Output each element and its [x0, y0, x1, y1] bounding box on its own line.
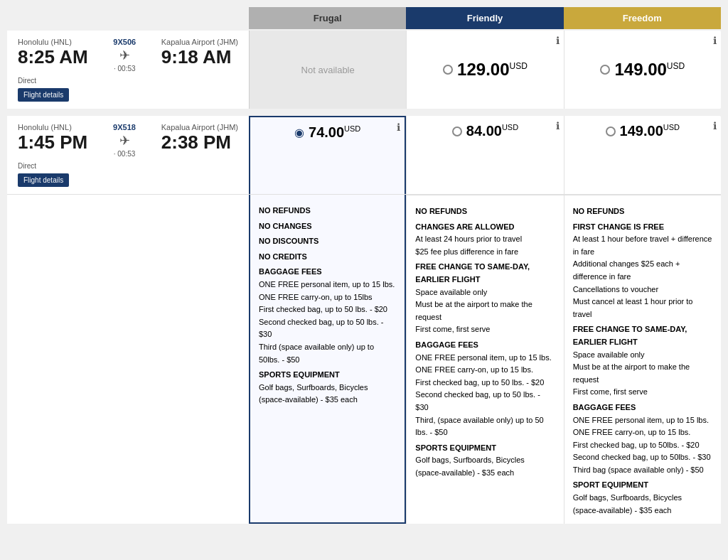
header-frugal: Frugal: [249, 7, 406, 29]
price-friendly-2: 84.00USD: [466, 123, 518, 139]
duration-2: · 00:53: [114, 150, 136, 158]
detail-line: Space available only: [573, 349, 712, 362]
info-icon-freedom-2[interactable]: ℹ: [713, 120, 717, 131]
detail-line: FIRST CHANGE IS FREE: [573, 221, 712, 234]
detail-line: Second checked bag, up to 50 lbs. - $30: [259, 316, 396, 341]
radio-friendly-2[interactable]: [452, 126, 462, 136]
departure-city-2: Honolulu (HNL): [18, 123, 87, 131]
header-freedom: Freedom: [564, 7, 721, 29]
detail-line: ONE FREE carry-on, up to 15 lbs.: [573, 426, 712, 439]
detail-line: Golf bags, Surfboards, Bicycles: [573, 492, 712, 505]
flight-details-btn-2[interactable]: Flight details: [18, 173, 69, 187]
detail-line: NO DISCOUNTS: [259, 235, 396, 248]
radio-freedom-2[interactable]: [606, 126, 616, 136]
detail-line: NO REFUNDS: [573, 205, 712, 218]
radio-freedom-1[interactable]: [600, 65, 610, 75]
friendly-details-cell: NO REFUNDSCHANGES ARE ALLOWEDAt least 24…: [406, 195, 563, 524]
flight-card-1: Honolulu (HNL) 8:25 AM 9X506 ✈ · 00:53 K…: [7, 31, 721, 109]
plane-icon-1: ✈: [119, 48, 130, 63]
detail-line: $25 fee plus difference in fare: [415, 246, 555, 259]
detail-line: NO CREDITS: [259, 251, 396, 264]
fare-frugal-2[interactable]: ℹ ◉ 74.00USD: [249, 116, 406, 194]
info-icon-frugal-2[interactable]: ℹ: [397, 122, 400, 133]
detail-line: First checked bag, up to 50 lbs. - $20: [415, 377, 555, 389]
detail-line: BAGGAGE FEES: [259, 266, 396, 279]
detail-line: NO REFUNDS: [415, 205, 555, 218]
arrival-block-1: Kapalua Airport (JHM) 9:18 AM: [161, 38, 238, 68]
airport-row-1: Honolulu (HNL) 8:25 AM 9X506 ✈ · 00:53 K…: [18, 38, 238, 72]
flight-middle-1: 9X506 ✈ · 00:53: [109, 38, 139, 72]
fare-type-header: Frugal Friendly Freedom: [7, 7, 721, 29]
detail-line: Golf bags, Surfboards, Bicycles: [415, 454, 555, 467]
flight-number-2: 9X518: [113, 123, 136, 131]
info-icon-freedom-1[interactable]: ℹ: [713, 35, 717, 46]
detail-line: (space-available) - $35 each: [573, 505, 712, 517]
detail-line: First come, first serve: [415, 323, 555, 336]
fare-friendly-wrapper-1[interactable]: ℹ 129.00USD: [406, 31, 563, 109]
airport-row-2: Honolulu (HNL) 1:45 PM 9X518 ✈ · 00:53 K…: [18, 123, 238, 158]
price-freedom-2: 149.00USD: [620, 123, 680, 139]
fare-freedom-wrapper-2[interactable]: ℹ 149.00USD: [564, 116, 721, 194]
fare-friendly-wrapper-2[interactable]: ℹ 84.00USD: [406, 116, 563, 194]
fare-freedom-wrapper-1[interactable]: ℹ 149.00USD: [564, 31, 721, 109]
flight-details-btn-1[interactable]: Flight details: [18, 88, 69, 102]
frugal-details-content: NO REFUNDSNO CHANGESNO DISCOUNTSNO CREDI…: [259, 205, 396, 406]
detail-line: Third, (space available only) up to 50 l…: [415, 414, 555, 439]
detail-line: Third bag (space available only) - $50: [573, 464, 712, 477]
detail-line: ONE FREE personal item, up to 15 lbs.: [259, 279, 396, 291]
detail-line: (space-available) - $35 each: [415, 467, 555, 480]
detail-line: ONE FREE carry-on, up to 15lbs: [259, 291, 396, 304]
detail-line: FREE CHANGE TO SAME-DAY, EARLIER FLIGHT: [415, 261, 555, 286]
fare-frugal-1: Not available: [249, 31, 406, 109]
flight-card-2: Honolulu (HNL) 1:45 PM 9X518 ✈ · 00:53 K…: [7, 116, 721, 524]
detail-line: At least 1 hour before travel + differen…: [573, 233, 712, 258]
freedom-details-cell: NO REFUNDSFIRST CHANGE IS FREEAt least 1…: [564, 195, 721, 524]
flight-info-2: Honolulu (HNL) 1:45 PM 9X518 ✈ · 00:53 K…: [7, 116, 249, 194]
detail-line: NO REFUNDS: [259, 205, 396, 217]
info-icon-friendly-1[interactable]: ℹ: [556, 35, 560, 46]
detail-line: Additional changes $25 each + difference…: [573, 258, 712, 283]
arrival-city-2: Kapalua Airport (JHM): [161, 123, 238, 131]
radio-frugal-2[interactable]: ◉: [294, 126, 304, 139]
detail-line: Cancellations to voucher: [573, 284, 712, 296]
departure-block-1: Honolulu (HNL) 8:25 AM: [18, 38, 88, 68]
departure-time-2: 1:45 PM: [18, 131, 87, 154]
departure-block-2: Honolulu (HNL) 1:45 PM: [18, 123, 87, 154]
not-available-text-1: Not available: [301, 65, 355, 75]
detail-line: ONE FREE carry-on, up to 15 lbs.: [415, 364, 555, 377]
direct-label-2: Direct: [18, 162, 36, 170]
detail-line: CHANGES ARE ALLOWED: [415, 221, 555, 234]
detail-line: Golf bags, Surfboards, Bicycles: [259, 382, 396, 394]
detail-line: FREE CHANGE TO SAME-DAY, EARLIER FLIGHT: [573, 323, 712, 348]
flight-row-2: Honolulu (HNL) 1:45 PM 9X518 ✈ · 00:53 K…: [7, 116, 721, 194]
detail-line: NO CHANGES: [259, 220, 396, 233]
frugal-details-cell: NO REFUNDSNO CHANGESNO DISCOUNTSNO CREDI…: [249, 195, 406, 524]
price-row-friendly-2: 84.00USD: [452, 123, 518, 139]
price-row-freedom-2: 149.00USD: [606, 123, 680, 139]
radio-friendly-1[interactable]: [443, 65, 453, 75]
detail-line: First checked bag, up to 50lbs. - $20: [573, 439, 712, 452]
flight-info-1: Honolulu (HNL) 8:25 AM 9X506 ✈ · 00:53 K…: [7, 31, 249, 109]
detail-line: (space-available) - $35 each: [259, 394, 396, 406]
plane-icon-2: ✈: [119, 133, 130, 149]
detail-line: Second checked bag, up to 50 lbs. - $30: [415, 389, 555, 414]
detail-line: Second checked bag, up to 50lbs. - $30: [573, 451, 712, 464]
info-icon-friendly-2[interactable]: ℹ: [556, 120, 560, 131]
arrival-block-2: Kapalua Airport (JHM) 2:38 PM: [161, 123, 238, 154]
direct-label-1: Direct: [18, 77, 36, 85]
detail-line: SPORT EQUIPMENT: [573, 479, 712, 492]
price-freedom-1: 149.00USD: [614, 60, 685, 80]
detail-line: BAGGAGE FEES: [573, 402, 712, 414]
detail-line: ONE FREE personal item, up to 15 lbs.: [415, 352, 555, 365]
arrival-city-1: Kapalua Airport (JHM): [161, 38, 238, 46]
price-frugal-2: 74.00USD: [309, 124, 360, 141]
price-friendly-1: 129.00USD: [457, 60, 528, 80]
arrival-time-2: 2:38 PM: [161, 131, 238, 154]
flight-number-1: 9X506: [113, 38, 136, 46]
detail-line: Must be at the airport to make the reque…: [573, 361, 712, 386]
header-friendly: Friendly: [406, 7, 563, 29]
price-row-friendly-1: 129.00USD: [443, 60, 528, 80]
detail-line: SPORTS EQUIPMENT: [415, 442, 555, 455]
departure-time-1: 8:25 AM: [18, 46, 88, 68]
detail-line: First checked bag, up to 50 lbs. - $20: [259, 303, 396, 316]
